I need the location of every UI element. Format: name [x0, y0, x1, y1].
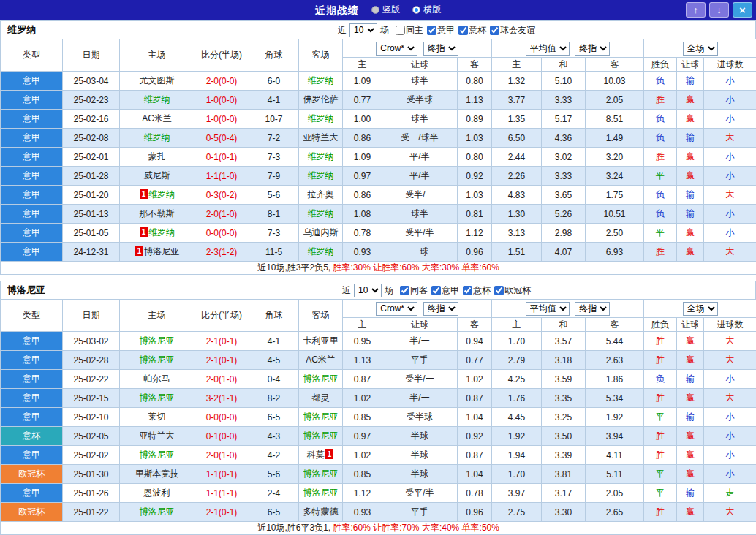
match-count-select[interactable]: 10	[354, 284, 382, 297]
col-result-handicap: 让球	[677, 58, 704, 72]
cell-result-wdl: 胜	[644, 351, 677, 370]
cell-corners: 8-1	[249, 205, 299, 224]
cell-result-handicap: 输	[677, 186, 704, 205]
team-name: 博洛尼亚	[140, 449, 175, 460]
cell-date: 25-02-15	[63, 389, 120, 408]
filter-controls: 近 10 场 同客意甲意杯欧冠杯	[118, 284, 755, 297]
filter-checkbox[interactable]: 欧冠杯	[494, 284, 531, 297]
filter-checkbox[interactable]: 同主	[396, 24, 423, 37]
team-name: 博洛尼亚	[303, 487, 339, 498]
cell-euro-away: 2.05	[586, 91, 644, 110]
cell-handicap-line: 一球	[382, 243, 458, 262]
handicap-time-select[interactable]: 终指	[423, 42, 458, 56]
cell-result-wdl: 平	[644, 224, 677, 243]
team-name: AC米兰	[306, 354, 336, 365]
titlebar: 近期战绩 竖版 横版 ↑ ↓ ×	[0, 0, 756, 20]
handicap-filter-cell: Crow* 终指	[343, 300, 492, 318]
handicap-time-select[interactable]: 终指	[423, 302, 458, 316]
cell-score: 2-1(0-1)	[194, 351, 249, 370]
cell-result-goals: 大	[704, 243, 756, 262]
team-name: 博洛尼亚	[303, 430, 339, 441]
cell-euro-away: 5.34	[586, 389, 644, 408]
cell-corners: 4-1	[249, 332, 299, 351]
scope-select[interactable]: 全场	[683, 42, 718, 56]
cell-euro-draw: 3.25	[542, 408, 586, 427]
cell-date: 25-03-04	[63, 72, 120, 91]
checkbox-input[interactable]	[427, 26, 436, 35]
match-row: 意甲25-02-15博洛尼亚3-2(1-1)8-2都灵1.02半/一0.871.…	[1, 389, 756, 408]
cell-result-handicap: 赢	[677, 503, 704, 522]
cell-handicap-line: 平手	[382, 351, 458, 370]
cell-away-team: 博洛尼亚	[299, 484, 343, 503]
matches-label: 场	[380, 24, 389, 37]
filter-checkbox[interactable]: 球会友谊	[490, 24, 535, 37]
scope-select[interactable]: 全场	[683, 302, 718, 316]
euro-odds-mode-select[interactable]: 平均值	[526, 42, 570, 56]
layout-radio-horizontal[interactable]: 横版	[412, 4, 441, 16]
cell-handicap-away-odds: 0.80	[458, 72, 492, 91]
cell-result-handicap: 赢	[677, 243, 704, 262]
col-corner: 角球	[249, 39, 299, 72]
match-count-select[interactable]: 10	[349, 23, 377, 37]
cell-handicap-home-odds: 0.86	[343, 129, 382, 148]
checkbox-input[interactable]	[400, 286, 409, 295]
team-name: 亚特兰大	[140, 430, 175, 441]
euro-odds-mode-select[interactable]: 平均值	[526, 302, 570, 316]
checkbox-input[interactable]	[458, 26, 468, 35]
filter-checkbox[interactable]: 意甲	[431, 284, 459, 297]
cell-euro-draw: 5.17	[542, 110, 586, 129]
team-name: 尤文图斯	[140, 75, 175, 86]
cell-result-handicap: 赢	[677, 389, 704, 408]
cell-corners: 4-2	[249, 446, 299, 465]
filter-checkbox[interactable]: 同客	[400, 284, 428, 297]
section-bologna: 博洛尼亚 近 10 场 同客意甲意杯欧冠杯 类型 日期 主场 比分(半场) 角球…	[0, 281, 756, 535]
cell-away-team: 都灵	[299, 389, 343, 408]
cell-date: 25-02-28	[63, 351, 120, 370]
checkbox-input[interactable]	[463, 286, 472, 295]
euro-odds-time-select[interactable]: 终指	[575, 302, 610, 316]
match-row: 意甲25-03-04尤文图斯2-0(0-0)6-0维罗纳1.09球半0.801.…	[1, 72, 756, 91]
cell-result-wdl: 负	[644, 129, 677, 148]
cell-handicap-home-odds: 0.97	[343, 427, 382, 446]
cell-date: 25-02-05	[63, 427, 120, 446]
odds-company-select[interactable]: Crow*	[376, 302, 417, 316]
cell-home-team: AC米兰	[120, 110, 194, 129]
cell-handicap-away-odds: 0.80	[458, 148, 492, 167]
team-title: 维罗纳	[1, 23, 118, 37]
move-down-button[interactable]: ↓	[709, 2, 729, 18]
cell-home-team: 博洛尼亚	[120, 503, 194, 522]
cell-handicap-home-odds: 0.85	[343, 465, 382, 484]
checkbox-input[interactable]	[494, 286, 504, 295]
cell-result-wdl: 负	[644, 186, 677, 205]
cell-result-goals: 走	[704, 484, 756, 503]
checkbox-input[interactable]	[396, 26, 405, 35]
col-result-wdl: 胜负	[644, 318, 677, 332]
move-up-button[interactable]: ↑	[686, 2, 706, 18]
cell-euro-home: 3.97	[492, 484, 542, 503]
cell-away-team: 亚特兰大	[299, 129, 343, 148]
cell-handicap-away-odds: 1.03	[458, 129, 492, 148]
odds-company-select[interactable]: Crow*	[376, 42, 417, 56]
cell-date: 25-02-01	[63, 148, 120, 167]
cell-score: 2-0(1-0)	[194, 205, 249, 224]
summary-record: 近10场,胜6平3负1,	[257, 523, 330, 533]
cell-euro-home: 4.45	[492, 408, 542, 427]
checkbox-input[interactable]	[431, 286, 441, 295]
match-rows: 意甲25-03-04尤文图斯2-0(0-0)6-0维罗纳1.09球半0.801.…	[1, 72, 756, 262]
col-type: 类型	[1, 39, 63, 72]
cell-corners: 4-5	[249, 351, 299, 370]
cell-home-team: 里斯本竞技	[120, 465, 194, 484]
cell-handicap-away-odds: 1.04	[458, 408, 492, 427]
cell-handicap-line: 球半	[382, 72, 458, 91]
checkbox-input[interactable]	[490, 26, 499, 35]
cell-result-handicap: 赢	[677, 465, 704, 484]
close-button[interactable]: ×	[733, 2, 752, 18]
cell-euro-away: 4.11	[586, 446, 644, 465]
filter-checkbox[interactable]: 意杯	[458, 24, 486, 37]
euro-odds-time-select[interactable]: 终指	[575, 42, 610, 56]
cell-handicap-line: 球半	[382, 110, 458, 129]
filter-checkbox[interactable]: 意甲	[427, 24, 455, 37]
cell-result-wdl: 胜	[644, 243, 677, 262]
filter-checkbox[interactable]: 意杯	[463, 284, 491, 297]
layout-radio-vertical[interactable]: 竖版	[371, 4, 400, 16]
